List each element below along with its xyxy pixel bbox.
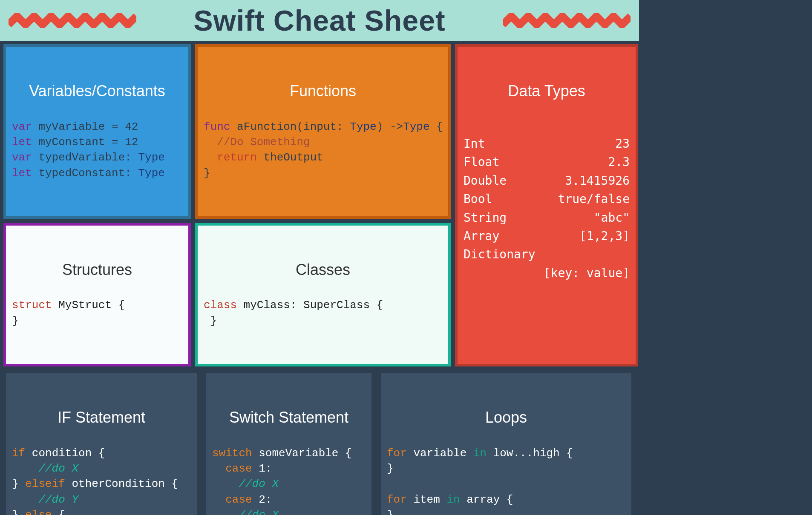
code-block: for variable in low...high { } for item … bbox=[387, 446, 625, 515]
datatype-rows: Int23Float2.3Double3.1415926Booltrue/fal… bbox=[464, 134, 630, 282]
card-title: IF Statement bbox=[12, 407, 191, 428]
cheat-sheet: Swift Cheat Sheet Variables/Constants va… bbox=[0, 0, 639, 404]
zigzag-right-icon bbox=[503, 13, 631, 28]
card-functions: Functions func aFunction(input: Type) ->… bbox=[195, 44, 451, 219]
card-title: Switch Statement bbox=[212, 407, 366, 428]
code-block: class myClass: SuperClass { } bbox=[204, 298, 442, 329]
card-if-statement: IF Statement if condition { //do X } els… bbox=[3, 371, 199, 515]
card-title: Functions bbox=[204, 80, 442, 102]
card-title: Data Types bbox=[464, 80, 630, 102]
card-datatypes: Data Types Int23Float2.3Double3.1415926B… bbox=[455, 44, 638, 366]
code-block: var myVariable = 42 let myConstant = 12 … bbox=[12, 119, 182, 181]
card-classes: Classes class myClass: SuperClass { } bbox=[195, 223, 451, 366]
datatype-row: Booltrue/false bbox=[464, 190, 630, 208]
card-structures: Structures struct MyStruct { } bbox=[3, 223, 191, 366]
card-switch-statement: Switch Statement switch someVariable { c… bbox=[204, 371, 374, 515]
datatype-row: Double3.1415926 bbox=[464, 172, 630, 190]
page-title: Swift Cheat Sheet bbox=[193, 4, 445, 37]
code-block: switch someVariable { case 1: //do X cas… bbox=[212, 446, 366, 515]
datatype-row: Float2.3 bbox=[464, 153, 630, 171]
bottom-row: IF Statement if condition { //do X } els… bbox=[3, 371, 638, 515]
datatype-row: [key: value] bbox=[464, 264, 630, 282]
card-loops: Loops for variable in low...high { } for… bbox=[378, 371, 634, 515]
card-variables: Variables/Constants var myVariable = 42 … bbox=[3, 44, 191, 219]
datatype-row: Dictionary bbox=[464, 245, 630, 263]
card-title: Loops bbox=[387, 407, 625, 428]
header: Swift Cheat Sheet bbox=[0, 0, 639, 41]
card-title: Variables/Constants bbox=[12, 80, 182, 102]
card-title: Classes bbox=[204, 259, 442, 280]
datatype-row: Array[1,2,3] bbox=[464, 227, 630, 245]
code-block: struct MyStruct { } bbox=[12, 298, 182, 329]
datatype-row: Int23 bbox=[464, 134, 630, 153]
grid: Variables/Constants var myVariable = 42 … bbox=[0, 41, 639, 515]
card-title: Structures bbox=[12, 259, 182, 280]
zigzag-left-icon bbox=[9, 13, 136, 28]
code-block: func aFunction(input: Type) ->Type { //D… bbox=[204, 119, 442, 181]
code-block: if condition { //do X } elseif otherCond… bbox=[12, 446, 191, 515]
datatype-row: String"abc" bbox=[464, 209, 630, 227]
